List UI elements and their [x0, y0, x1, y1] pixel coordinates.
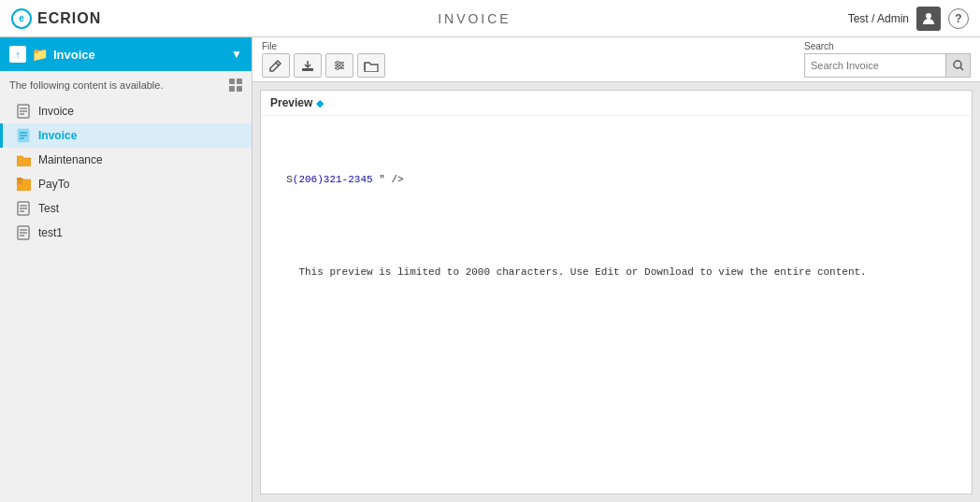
sidebar-item-invoice2[interactable]: Invoice: [0, 123, 252, 148]
preview-content[interactable]: S(206)321-2345 " /> This preview is limi…: [261, 116, 972, 494]
folder-icon: 📁: [32, 47, 48, 62]
download-button[interactable]: [294, 53, 322, 78]
preview-header: Preview ◆: [261, 91, 972, 116]
folder-icon: [16, 152, 31, 167]
invoice-icon: [16, 128, 31, 143]
logo-icon: e: [11, 8, 32, 29]
sidebar-item-label: Invoice: [38, 129, 77, 142]
sidebar-item-payto[interactable]: PayTo: [0, 172, 252, 196]
file-icon: [16, 104, 31, 119]
sidebar-item-test1[interactable]: test1: [0, 221, 252, 245]
sidebar-item-label: Invoice: [38, 105, 74, 118]
main-area: 📁 Invoice ▼ The following content is ava…: [0, 37, 980, 502]
edit-button[interactable]: [262, 53, 290, 78]
sidebar-header[interactable]: 📁 Invoice ▼: [0, 37, 252, 71]
preview-container: Preview ◆ S(206)321-2345 " /> This previ…: [260, 90, 973, 495]
settings-button[interactable]: [325, 53, 353, 78]
sidebar-item-label: Test: [38, 202, 59, 215]
sidebar: 📁 Invoice ▼ The following content is ava…: [0, 37, 252, 502]
svg-line-30: [960, 67, 963, 70]
search-box: [804, 53, 971, 78]
open-folder-button[interactable]: [357, 53, 385, 78]
svg-point-0: [926, 13, 931, 19]
svg-point-25: [337, 62, 339, 65]
toolbar-buttons: [262, 53, 385, 78]
user-label: Test / Admin: [848, 12, 909, 25]
help-button[interactable]: ?: [948, 8, 969, 29]
sidebar-arrow[interactable]: ▼: [231, 48, 242, 61]
toolbar-right: Search: [804, 41, 971, 78]
content-area: File Search: [252, 37, 980, 502]
file-label: File: [262, 41, 385, 51]
sidebar-subtitle: The following content is available.: [0, 71, 252, 99]
logo-text: ECRION: [37, 10, 101, 27]
svg-point-26: [340, 65, 343, 67]
avatar: [916, 7, 941, 31]
svg-line-20: [276, 63, 279, 65]
preview-title: Preview: [270, 96, 312, 109]
toolbar: File Search: [252, 37, 980, 82]
sidebar-item-label: Maintenance: [38, 153, 103, 166]
svg-point-27: [337, 67, 339, 70]
file-icon: [16, 225, 31, 240]
sidebar-item-maintenance[interactable]: Maintenance: [0, 148, 252, 172]
file-icon: [16, 201, 31, 216]
sidebar-title: Invoice: [53, 48, 95, 62]
preview-pin-icon: ◆: [316, 97, 324, 109]
search-button[interactable]: [945, 54, 970, 77]
search-label: Search: [804, 41, 971, 51]
top-nav: e ECRION Invoice Test / Admin ?: [0, 0, 980, 37]
grid-icon[interactable]: [229, 79, 242, 92]
logo-area: e ECRION: [11, 8, 101, 29]
sidebar-item-label: test1: [38, 226, 63, 239]
sidebar-item-invoice1[interactable]: Invoice: [0, 99, 252, 123]
nav-right: Test / Admin ?: [848, 7, 969, 31]
svg-rect-10: [17, 179, 22, 184]
sidebar-header-left: 📁 Invoice: [9, 46, 95, 63]
sidebar-item-test[interactable]: Test: [0, 196, 252, 221]
svg-point-29: [954, 61, 961, 68]
svg-rect-21: [302, 68, 313, 71]
sidebar-item-label: PayTo: [38, 178, 69, 191]
payto-icon: [16, 177, 31, 192]
toolbar-left: File: [262, 41, 385, 78]
search-input[interactable]: [805, 58, 945, 73]
page-title: Invoice: [438, 11, 512, 26]
upload-icon: [9, 46, 26, 63]
